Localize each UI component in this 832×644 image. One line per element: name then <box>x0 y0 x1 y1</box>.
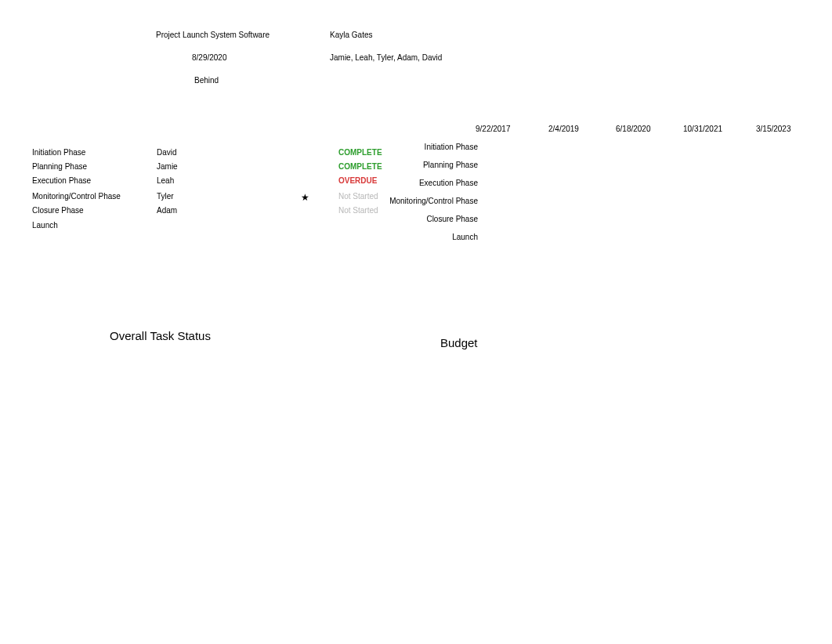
owner-label: Adam <box>157 206 235 215</box>
timeline-row-label: Execution Phase <box>368 179 478 187</box>
task-row: Closure Phase Adam Not Started <box>0 206 407 220</box>
risk-icon: ★ <box>297 192 313 203</box>
task-row: Planning Phase Jamie COMPLETE <box>0 162 407 176</box>
chart-title-budget: Budget <box>440 336 478 349</box>
timeline-row-label: Closure Phase <box>368 215 478 223</box>
phase-label: Initiation Phase <box>32 148 150 157</box>
owner-label: David <box>157 148 235 157</box>
timeline-date: 9/22/2017 <box>476 125 511 133</box>
phase-label: Planning Phase <box>32 162 150 171</box>
chart-title-overall: Overall Task Status <box>110 329 211 342</box>
overall-status: Behind <box>194 76 219 85</box>
task-row: Initiation Phase David COMPLETE <box>0 148 407 162</box>
phase-label: Closure Phase <box>32 206 150 215</box>
timeline-row-label: Monitoring/Control Phase <box>368 197 478 205</box>
task-row: Monitoring/Control Phase Tyler ★ Not Sta… <box>0 192 407 206</box>
owner-label: Jamie <box>157 162 235 171</box>
project-date: 8/29/2020 <box>192 53 227 62</box>
timeline-date: 2/4/2019 <box>548 125 579 133</box>
timeline-row-label: Launch <box>368 233 478 241</box>
lead-name: Kayla Gates <box>330 31 372 39</box>
owner-label: Leah <box>157 176 235 185</box>
status-label: Not Started <box>338 206 417 215</box>
timeline-row-label: Initiation Phase <box>368 143 478 151</box>
task-row: Execution Phase Leah OVERDUE <box>0 176 407 190</box>
team-list: Jamie, Leah, Tyler, Adam, David <box>330 53 442 62</box>
task-row: Launch <box>0 221 407 235</box>
phase-label: Launch <box>32 221 150 230</box>
timeline-date: 3/15/2023 <box>756 125 791 133</box>
timeline-date: 6/18/2020 <box>616 125 651 133</box>
phase-label: Monitoring/Control Phase <box>32 192 150 201</box>
timeline-row-label: Planning Phase <box>368 161 478 169</box>
project-name: Project Launch System Software <box>156 31 269 39</box>
owner-label: Tyler <box>157 192 235 201</box>
timeline-date: 10/31/2021 <box>683 125 722 133</box>
phase-label: Execution Phase <box>32 176 150 185</box>
